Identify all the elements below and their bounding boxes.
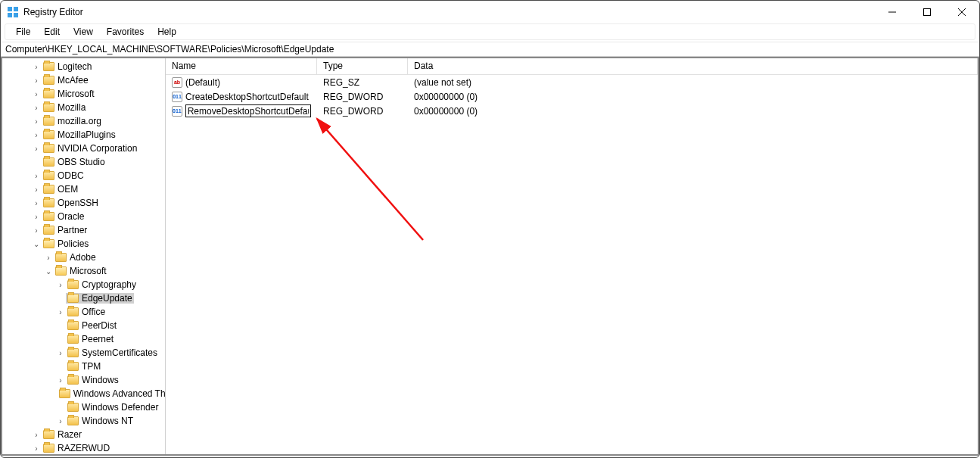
tree-hscroll[interactable] bbox=[2, 444, 165, 454]
chevron-right-icon[interactable]: › bbox=[55, 281, 66, 289]
tree-item[interactable]: ·Windows Defender bbox=[2, 400, 165, 414]
tree-item[interactable]: ›McAfee bbox=[2, 73, 165, 87]
tree-label: Logitech bbox=[57, 61, 92, 72]
tree-item[interactable]: ›OEM bbox=[2, 182, 165, 196]
folder-icon bbox=[43, 89, 54, 98]
tree-label: ODBC bbox=[57, 170, 84, 181]
chevron-right-icon[interactable]: › bbox=[31, 226, 42, 235]
folder-icon bbox=[67, 416, 79, 425]
col-header-type[interactable]: Type bbox=[317, 58, 408, 74]
tree-pane[interactable]: ›Logitech›McAfee›Microsoft›Mozilla›mozil… bbox=[2, 58, 166, 454]
tree-item[interactable]: ·Peernet bbox=[2, 332, 165, 346]
chevron-right-icon[interactable]: › bbox=[55, 349, 66, 357]
tree-label: Peernet bbox=[81, 334, 114, 344]
chevron-down-icon[interactable]: ⌄ bbox=[43, 267, 54, 276]
tree-item[interactable]: ›Razer bbox=[2, 428, 165, 441]
address-bar[interactable]: Computer\HKEY_LOCAL_MACHINE\SOFTWARE\Pol… bbox=[1, 42, 979, 57]
minimize-button[interactable] bbox=[875, 1, 910, 23]
menu-favorites[interactable]: Favorites bbox=[101, 25, 150, 39]
tree-item[interactable]: ›mozilla.org bbox=[2, 114, 165, 128]
tree-label: Windows Advanced Threat Protection bbox=[73, 388, 165, 399]
svg-rect-0 bbox=[8, 7, 12, 11]
list-row[interactable]: ab(Default)REG_SZ(value not set) bbox=[166, 75, 978, 89]
tree-item[interactable]: ›ODBC bbox=[2, 169, 165, 182]
chevron-right-icon[interactable]: › bbox=[31, 76, 42, 85]
chevron-right-icon[interactable]: › bbox=[55, 417, 66, 425]
chevron-right-icon[interactable]: › bbox=[31, 213, 42, 221]
tree-label: MozillaPlugins bbox=[57, 129, 116, 140]
menu-view[interactable]: View bbox=[67, 25, 99, 39]
maximize-button[interactable] bbox=[910, 1, 944, 23]
menu-edit[interactable]: Edit bbox=[38, 25, 66, 39]
col-header-data[interactable]: Data bbox=[408, 58, 978, 74]
close-button[interactable] bbox=[944, 1, 979, 23]
tree-item[interactable]: ›Logitech bbox=[2, 60, 165, 73]
menu-help[interactable]: Help bbox=[151, 25, 182, 39]
folder-icon bbox=[43, 185, 54, 194]
chevron-right-icon[interactable]: › bbox=[55, 308, 66, 316]
chevron-right-icon[interactable]: › bbox=[31, 199, 42, 207]
chevron-right-icon[interactable]: › bbox=[31, 117, 42, 126]
tree-item[interactable]: ·TPM bbox=[2, 360, 165, 373]
chevron-right-icon[interactable]: › bbox=[31, 145, 42, 153]
tree-item[interactable]: ›Partner bbox=[2, 223, 165, 237]
tree-item[interactable]: ›Cryptography bbox=[2, 278, 165, 291]
tree-label: Policies bbox=[57, 238, 89, 249]
rename-input[interactable] bbox=[185, 104, 311, 117]
tree-item[interactable]: ·EdgeUpdate bbox=[2, 291, 165, 305]
tree-label: Office bbox=[81, 307, 105, 317]
value-type: REG_DWORD bbox=[317, 92, 408, 102]
tree-item[interactable]: ›Oracle bbox=[2, 210, 165, 223]
tree-item[interactable]: ›Microsoft bbox=[2, 87, 165, 101]
tree-label: NVIDIA Corporation bbox=[57, 143, 137, 154]
tree-item[interactable]: ›NVIDIA Corporation bbox=[2, 142, 165, 155]
tree-item[interactable]: ⌄Policies bbox=[2, 237, 165, 251]
menubar: FileEditViewFavoritesHelp bbox=[5, 23, 975, 40]
tree-item[interactable]: ·PeerDist bbox=[2, 319, 165, 332]
list-header: Name Type Data bbox=[166, 58, 978, 75]
tree-item[interactable]: ·OBS Studio bbox=[2, 155, 165, 169]
tree-item[interactable]: ›OpenSSH bbox=[2, 196, 165, 210]
tree-label: TPM bbox=[81, 361, 101, 372]
chevron-right-icon[interactable]: › bbox=[55, 376, 66, 385]
menu-file[interactable]: File bbox=[10, 25, 36, 39]
tree-item[interactable]: ›Mozilla bbox=[2, 101, 165, 114]
chevron-right-icon[interactable]: › bbox=[31, 90, 42, 98]
tree-item[interactable]: ›Windows NT bbox=[2, 414, 165, 428]
window-title: Registry Editor bbox=[23, 7, 83, 17]
chevron-right-icon[interactable]: › bbox=[31, 185, 42, 194]
tree-item[interactable]: ›MozillaPlugins bbox=[2, 128, 165, 142]
dword-value-icon: 011 bbox=[172, 106, 182, 117]
tree-item[interactable]: ›Office bbox=[2, 305, 165, 319]
tree-label: EdgeUpdate bbox=[81, 293, 132, 304]
tree-item[interactable]: ›Adobe bbox=[2, 251, 165, 264]
tree-item[interactable]: ⌄Microsoft bbox=[2, 264, 165, 278]
chevron-right-icon[interactable]: › bbox=[31, 431, 42, 439]
tree-item[interactable]: ›SystemCertificates bbox=[2, 346, 165, 360]
chevron-down-icon[interactable]: ⌄ bbox=[31, 240, 42, 248]
app-icon bbox=[7, 6, 19, 18]
twisty-blank: · bbox=[55, 335, 66, 344]
tree-label: mozilla.org bbox=[57, 116, 101, 126]
list-body: ab(Default)REG_SZ(value not set)011Creat… bbox=[166, 75, 978, 454]
tree-label: Razer bbox=[57, 429, 82, 440]
tree-label: Adobe bbox=[69, 252, 96, 263]
chevron-right-icon[interactable]: › bbox=[31, 63, 42, 71]
list-row[interactable]: 011REG_DWORD0x00000000 (0) bbox=[166, 104, 978, 118]
list-row[interactable]: 011CreateDesktopShortcutDefaultREG_DWORD… bbox=[166, 89, 978, 104]
chevron-right-icon[interactable]: › bbox=[31, 172, 42, 180]
tree-item[interactable]: ·Windows Advanced Threat Protection bbox=[2, 387, 165, 400]
chevron-right-icon[interactable]: › bbox=[31, 104, 42, 112]
chevron-right-icon[interactable]: › bbox=[31, 131, 42, 139]
chevron-right-icon[interactable]: › bbox=[43, 254, 54, 262]
tree-item[interactable]: ›Windows bbox=[2, 373, 165, 387]
tree-label: Partner bbox=[57, 225, 87, 235]
value-data: 0x00000000 (0) bbox=[408, 92, 978, 102]
tree-label: OpenSSH bbox=[57, 198, 98, 208]
window-controls bbox=[875, 1, 979, 23]
folder-icon bbox=[43, 157, 54, 167]
tree-label: Windows bbox=[81, 375, 119, 385]
col-header-name[interactable]: Name bbox=[166, 58, 317, 74]
folder-icon bbox=[43, 430, 54, 439]
folder-icon bbox=[43, 76, 54, 85]
